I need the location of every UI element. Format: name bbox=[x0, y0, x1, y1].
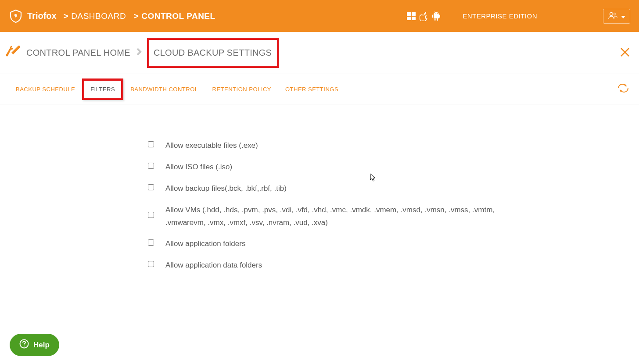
filter-checkbox-vms[interactable] bbox=[148, 212, 154, 218]
help-label: Help bbox=[33, 341, 50, 350]
svg-point-11 bbox=[435, 13, 436, 14]
windows-icon[interactable] bbox=[406, 11, 416, 21]
filter-row: Allow executable files (.exe) bbox=[148, 139, 505, 152]
android-icon[interactable] bbox=[432, 11, 441, 21]
svg-rect-5 bbox=[432, 14, 433, 18]
breadcrumb-control-panel[interactable]: CONTROL PANEL bbox=[141, 11, 215, 21]
tabs-bar: BACKUP SCHEDULE FILTERS BANDWIDTH CONTRO… bbox=[0, 74, 639, 104]
chevron-right-icon bbox=[136, 48, 142, 58]
breadcrumb-separator: > bbox=[129, 11, 139, 21]
filter-checkbox-iso[interactable] bbox=[148, 163, 154, 169]
filter-row: Allow backup files(.bck, .bkf,.rbf, .tib… bbox=[148, 182, 505, 195]
user-icon bbox=[608, 11, 617, 21]
close-button[interactable] bbox=[616, 43, 634, 63]
brand-name[interactable]: Triofox bbox=[27, 11, 57, 21]
svg-point-15 bbox=[18, 46, 20, 48]
filter-checkbox-app-folders[interactable] bbox=[148, 239, 154, 246]
sub-breadcrumb: CONTROL PANEL HOME CLOUD BACKUP SETTINGS bbox=[26, 38, 279, 68]
edition-label: ENTERPRISE EDITION bbox=[463, 12, 537, 20]
filter-label: Allow application folders bbox=[165, 238, 245, 250]
help-button[interactable]: Help bbox=[10, 334, 59, 356]
filter-label: Allow VMs (.hdd, .hds, .pvm, .pvs, .vdi,… bbox=[165, 204, 499, 229]
svg-rect-6 bbox=[439, 14, 440, 18]
filter-row: Allow ISO files (.iso) bbox=[148, 161, 505, 174]
svg-point-12 bbox=[437, 13, 438, 14]
sub-breadcrumb-settings[interactable]: CLOUD BACKUP SETTINGS bbox=[154, 48, 272, 57]
apple-icon[interactable] bbox=[420, 11, 428, 21]
filter-label: Allow backup files(.bck, .bkf,.rbf, .tib… bbox=[165, 182, 287, 195]
filter-checkbox-exe[interactable] bbox=[148, 141, 154, 147]
top-header: Triofox > DASHBOARD > CONTROL PANEL bbox=[0, 0, 639, 32]
tab-other-settings[interactable]: OTHER SETTINGS bbox=[278, 80, 345, 99]
breadcrumb-separator: > bbox=[64, 11, 69, 21]
svg-point-14 bbox=[614, 13, 616, 15]
header-right: ENTERPRISE EDITION bbox=[406, 9, 630, 24]
breadcrumb: > DASHBOARD > CONTROL PANEL bbox=[61, 11, 215, 21]
chevron-down-icon bbox=[621, 12, 625, 20]
svg-point-19 bbox=[24, 346, 25, 346]
filter-label: Allow application data folders bbox=[165, 259, 262, 272]
filter-label: Allow ISO files (.iso) bbox=[165, 161, 232, 174]
filter-label: Allow executable files (.exe) bbox=[165, 139, 258, 152]
svg-rect-7 bbox=[434, 18, 436, 21]
tools-icon bbox=[5, 44, 22, 62]
sub-header: CONTROL PANEL HOME CLOUD BACKUP SETTINGS bbox=[0, 32, 639, 74]
filter-checkbox-backup[interactable] bbox=[148, 184, 154, 190]
user-dropdown[interactable] bbox=[603, 9, 630, 24]
svg-point-13 bbox=[610, 12, 613, 15]
svg-rect-8 bbox=[437, 18, 438, 21]
sub-breadcrumb-home[interactable]: CONTROL PANEL HOME bbox=[26, 48, 130, 58]
refresh-icon[interactable] bbox=[616, 83, 630, 95]
svg-rect-2 bbox=[407, 17, 411, 20]
tab-filters[interactable]: FILTERS bbox=[82, 79, 123, 100]
svg-rect-3 bbox=[412, 17, 416, 20]
filter-checkbox-app-data-folders[interactable] bbox=[148, 261, 154, 267]
svg-rect-4 bbox=[434, 14, 439, 18]
tab-bandwidth-control[interactable]: BANDWIDTH CONTROL bbox=[123, 80, 205, 99]
svg-rect-0 bbox=[407, 12, 411, 16]
breadcrumb-dashboard[interactable]: DASHBOARD bbox=[71, 11, 126, 21]
filter-row: Allow application folders bbox=[148, 238, 505, 250]
filters-content: Allow executable files (.exe) Allow ISO … bbox=[0, 104, 505, 272]
svg-rect-1 bbox=[412, 12, 416, 16]
filter-row: Allow application data folders bbox=[148, 259, 505, 272]
svg-line-10 bbox=[438, 11, 438, 13]
highlight-cloud-backup-settings: CLOUD BACKUP SETTINGS bbox=[147, 38, 279, 68]
help-icon bbox=[19, 339, 29, 351]
tab-retention-policy[interactable]: RETENTION POLICY bbox=[205, 80, 278, 99]
logo-icon bbox=[9, 9, 23, 23]
tab-backup-schedule[interactable]: BACKUP SCHEDULE bbox=[9, 80, 82, 99]
platform-icons bbox=[406, 11, 441, 21]
filter-row: Allow VMs (.hdd, .hds, .pvm, .pvs, .vdi,… bbox=[148, 204, 505, 229]
svg-line-9 bbox=[434, 11, 435, 13]
